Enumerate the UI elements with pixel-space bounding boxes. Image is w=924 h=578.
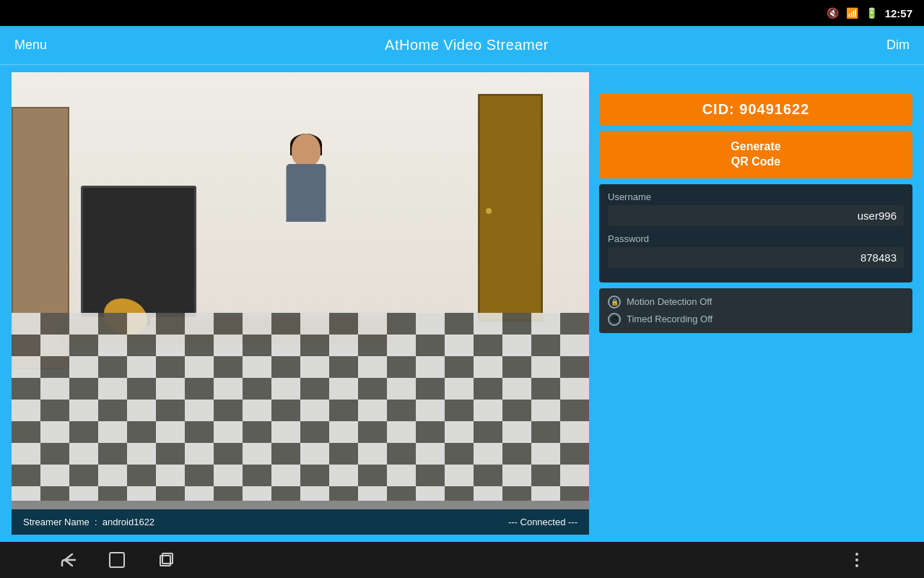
cid-label: CID: 90491622 xyxy=(702,101,810,117)
door-handle xyxy=(486,208,492,214)
video-feed xyxy=(12,72,589,509)
person-body xyxy=(287,164,326,222)
timed-recording-icon xyxy=(608,313,621,326)
password-label: Password xyxy=(608,233,904,244)
app-title: AtHome Video Streamer xyxy=(385,37,549,53)
floor xyxy=(12,313,589,509)
back-button[interactable] xyxy=(43,545,92,574)
connection-status: --- Connected --- xyxy=(508,517,578,527)
more-options-button[interactable] xyxy=(840,547,873,573)
video-bottom-bar: Streamer Name : android1622 --- Connecte… xyxy=(12,509,589,535)
video-scene xyxy=(12,72,589,509)
timed-recording-status: Timed Recording Off xyxy=(627,314,712,324)
monitor xyxy=(81,186,196,317)
menu-button[interactable]: Menu xyxy=(14,38,47,53)
svg-point-10 xyxy=(855,564,858,567)
main-content: Streamer Name : android1622 --- Connecte… xyxy=(0,65,924,542)
wifi-icon: 📶 xyxy=(846,7,858,19)
dim-button[interactable]: Dim xyxy=(886,38,910,53)
status-time: 12:57 xyxy=(885,7,912,20)
svg-rect-5 xyxy=(110,553,124,567)
svg-point-8 xyxy=(855,553,858,556)
person xyxy=(254,134,358,343)
status-section: Motion Detection Off Timed Recording Off xyxy=(599,288,912,333)
motion-detection-row[interactable]: Motion Detection Off xyxy=(608,296,904,309)
credentials-section: Username user996 Password 878483 xyxy=(599,184,912,282)
status-bar: 🔇 📶 🔋 12:57 xyxy=(0,0,924,26)
motion-detection-status: Motion Detection Off xyxy=(627,296,712,307)
svg-point-9 xyxy=(855,558,858,561)
username-label: Username xyxy=(608,191,904,202)
side-panel: CID: 90491622 Generate QR Code Username … xyxy=(599,72,912,535)
video-container: Streamer Name : android1622 --- Connecte… xyxy=(12,72,589,535)
username-value: user996 xyxy=(608,205,904,226)
generate-qr-button[interactable]: Generate QR Code xyxy=(599,131,912,178)
motion-detection-icon xyxy=(608,296,621,309)
door xyxy=(478,94,543,322)
mute-icon: 🔇 xyxy=(827,7,839,19)
recent-apps-button[interactable] xyxy=(141,545,191,574)
person-head xyxy=(292,134,321,166)
cid-box: CID: 90491622 xyxy=(599,94,912,125)
home-button[interactable] xyxy=(92,545,141,574)
svg-rect-4 xyxy=(12,313,589,501)
floor-pattern xyxy=(12,313,589,501)
bottom-nav xyxy=(0,542,924,578)
app-header: Menu AtHome Video Streamer Dim xyxy=(0,26,924,65)
timed-recording-row[interactable]: Timed Recording Off xyxy=(608,313,904,326)
password-value: 878483 xyxy=(608,247,904,268)
streamer-name-label: Streamer Name : android1622 xyxy=(23,517,154,527)
battery-icon: 🔋 xyxy=(866,7,878,19)
